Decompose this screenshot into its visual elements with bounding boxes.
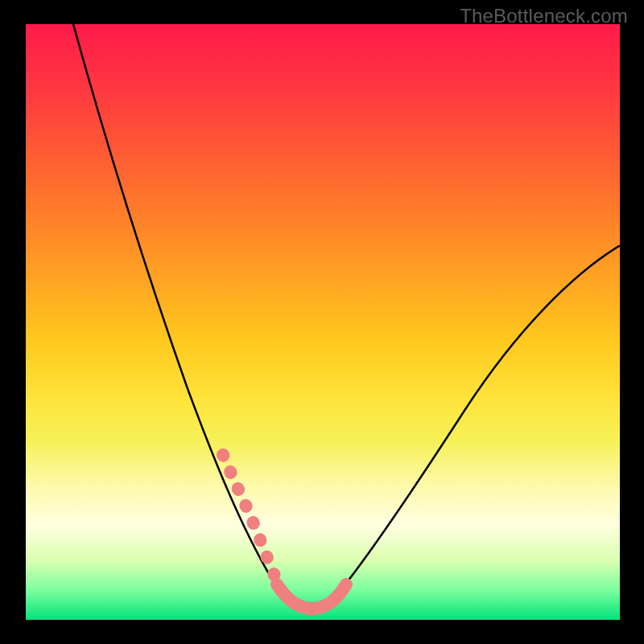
highlight-bottom-segment: [277, 584, 346, 609]
curve-layer: [26, 24, 620, 620]
plot-area: [26, 24, 620, 620]
highlight-left-segment: [223, 455, 275, 576]
bottleneck-curve: [73, 24, 620, 608]
chart-frame: TheBottleneck.com: [0, 0, 644, 644]
